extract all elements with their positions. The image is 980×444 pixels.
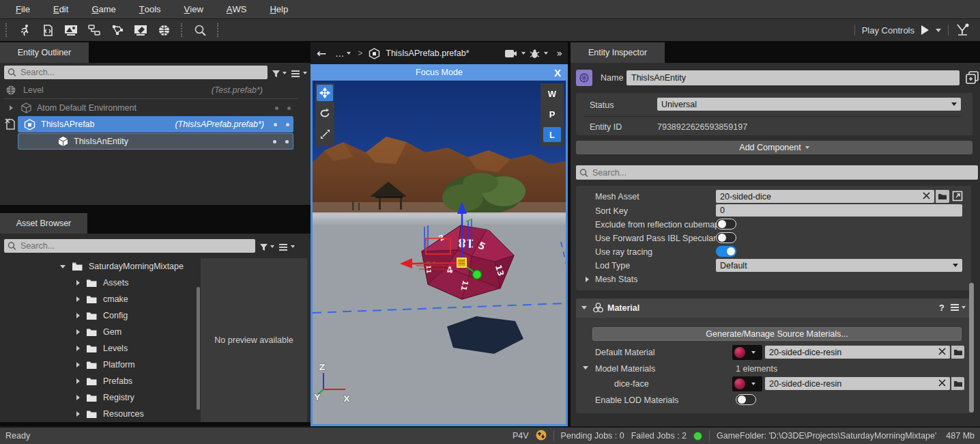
visibility-dot-icon[interactable]: [275, 107, 278, 110]
move-tool-button[interactable]: [317, 85, 333, 101]
lock-dot-icon[interactable]: [286, 123, 289, 126]
model-materials-expander-icon[interactable]: [583, 366, 588, 370]
tree-row-folder[interactable]: Platform: [76, 357, 199, 373]
menu-aws[interactable]: AWS: [215, 0, 259, 19]
entity-name-input[interactable]: [626, 70, 960, 85]
outliner-row-atom-default-environment[interactable]: Atom Default Environment: [0, 100, 311, 116]
material-menu-icon[interactable]: [950, 303, 966, 311]
lock-dot-icon[interactable]: [287, 107, 291, 110]
close-prefab-edit-icon[interactable]: [4, 117, 16, 134]
menu-edit[interactable]: Edit: [42, 0, 80, 19]
clear-icon[interactable]: [923, 192, 930, 202]
outliner-search-input[interactable]: [4, 66, 268, 79]
scale-tool-button[interactable]: [317, 126, 333, 142]
filter-caret-icon[interactable]: [283, 72, 287, 74]
lod-type-dropdown[interactable]: Default: [716, 259, 962, 272]
expander-icon[interactable]: [76, 329, 80, 335]
asset-browser-menu-caret-icon[interactable]: [291, 245, 295, 248]
browse-folder-icon[interactable]: [936, 190, 949, 203]
asset-processor-status-icon[interactable]: [693, 432, 702, 441]
debug-icon[interactable]: [530, 48, 540, 59]
menu-tools[interactable]: Tools: [128, 0, 173, 19]
inspector-search[interactable]: [576, 165, 978, 180]
menu-game[interactable]: Game: [80, 0, 127, 19]
filter-icon[interactable]: [259, 242, 268, 254]
toolbar-grip[interactable]: [181, 23, 183, 37]
menu-file[interactable]: File: [4, 0, 42, 19]
failed-jobs-label[interactable]: Failed Jobs : 2: [631, 431, 687, 441]
tree-row-folder[interactable]: Levels: [76, 340, 199, 357]
asset-browser-search-input[interactable]: [4, 239, 255, 253]
expander-icon[interactable]: [76, 362, 80, 367]
asset-browser-search[interactable]: [4, 239, 255, 253]
visibility-dot-icon[interactable]: [274, 123, 277, 126]
focus-mode-close-button[interactable]: X: [554, 67, 561, 79]
animation-editor-icon[interactable]: [132, 22, 149, 38]
viewport-button-p[interactable]: P: [543, 107, 561, 122]
camera-icon[interactable]: [504, 49, 517, 58]
pending-jobs-label[interactable]: Pending Jobs : 0: [561, 431, 624, 441]
debug-caret-icon[interactable]: [544, 52, 548, 55]
expander-icon[interactable]: [76, 296, 80, 302]
outliner-row-level[interactable]: Level (Test.prefab*): [0, 82, 311, 98]
ibl-specular-toggle[interactable]: [716, 232, 736, 243]
exclude-cubemaps-toggle[interactable]: [716, 219, 736, 230]
asset-browser-menu-icon[interactable]: [278, 242, 288, 254]
filter-caret-icon[interactable]: [270, 245, 274, 248]
tree-row-root[interactable]: SaturdayMorningMixtape: [60, 258, 197, 275]
tree-row-folder[interactable]: Registry: [76, 389, 199, 406]
camera-caret-icon[interactable]: [521, 52, 525, 55]
browse-folder-icon[interactable]: [951, 377, 964, 390]
tree-scrollbar[interactable]: [197, 287, 200, 410]
viewport-button-w[interactable]: W: [543, 86, 561, 101]
trackview-icon[interactable]: [955, 23, 970, 38]
tree-row-folder[interactable]: Resources: [76, 406, 199, 422]
menu-help[interactable]: Help: [258, 0, 300, 19]
outliner-search[interactable]: [4, 66, 268, 79]
outliner-row-thisisanentity[interactable]: ThisIsAnEntity: [18, 133, 293, 150]
expander-icon[interactable]: [76, 378, 80, 384]
expander-icon[interactable]: [76, 313, 80, 318]
mesh-stats-expander-icon[interactable]: [586, 277, 589, 282]
default-material-field[interactable]: 20-sided-dice-resin: [765, 346, 950, 359]
clear-icon[interactable]: [938, 348, 946, 357]
filter-icon[interactable]: [272, 68, 280, 81]
outliner-row-thisisaprefab[interactable]: ThisIsAPrefab (ThisIsAPrefab.prefab*): [18, 116, 293, 133]
tree-row-folder[interactable]: Assets: [76, 275, 199, 291]
expander-icon[interactable]: [76, 280, 80, 286]
status-dropdown[interactable]: Universal: [657, 98, 961, 111]
back-icon[interactable]: ←: [317, 46, 326, 60]
pin-inspector-icon[interactable]: [965, 70, 979, 87]
tab-entity-inspector[interactable]: Entity Inspector: [571, 42, 665, 63]
lock-dot-icon[interactable]: [285, 140, 289, 143]
default-material-thumbnail[interactable]: [732, 345, 762, 360]
toolbar-grip[interactable]: [217, 23, 219, 37]
overflow-chevron-icon[interactable]: »: [556, 48, 562, 59]
zoom-selection-icon[interactable]: [192, 22, 208, 38]
asset-editor-icon[interactable]: [40, 22, 56, 38]
ray-tracing-toggle[interactable]: [716, 246, 736, 257]
visibility-dot-icon[interactable]: [273, 140, 276, 143]
mesh-asset-field[interactable]: 20-sided-dice: [716, 190, 934, 203]
dice-face-thumbnail[interactable]: [732, 376, 762, 391]
toolbar-grip[interactable]: [5, 23, 8, 37]
tree-row-folder[interactable]: Gem: [76, 324, 199, 340]
tab-asset-browser[interactable]: Asset Browser: [0, 213, 87, 234]
expander-icon[interactable]: [10, 105, 13, 111]
viewport-button-l[interactable]: L: [543, 127, 561, 142]
expander-icon[interactable]: [76, 411, 80, 417]
material-editor-icon[interactable]: [63, 22, 79, 38]
tree-row-folder[interactable]: cmake: [76, 291, 199, 307]
p4v-sync-icon[interactable]: [536, 430, 547, 443]
expander-icon[interactable]: [60, 265, 66, 268]
enable-lod-toggle[interactable]: [736, 394, 756, 405]
breadcrumb-ellipsis[interactable]: …: [335, 48, 344, 59]
tree-row-folder[interactable]: Config: [76, 307, 199, 324]
script-canvas-icon[interactable]: [86, 22, 102, 38]
landscape-canvas-icon[interactable]: [109, 22, 126, 38]
play-button[interactable]: [921, 25, 929, 35]
browse-folder-icon[interactable]: [951, 346, 964, 359]
outliner-menu-icon[interactable]: [291, 68, 300, 81]
menu-view[interactable]: View: [173, 0, 215, 19]
tab-entity-outliner[interactable]: Entity Outliner: [0, 42, 89, 63]
